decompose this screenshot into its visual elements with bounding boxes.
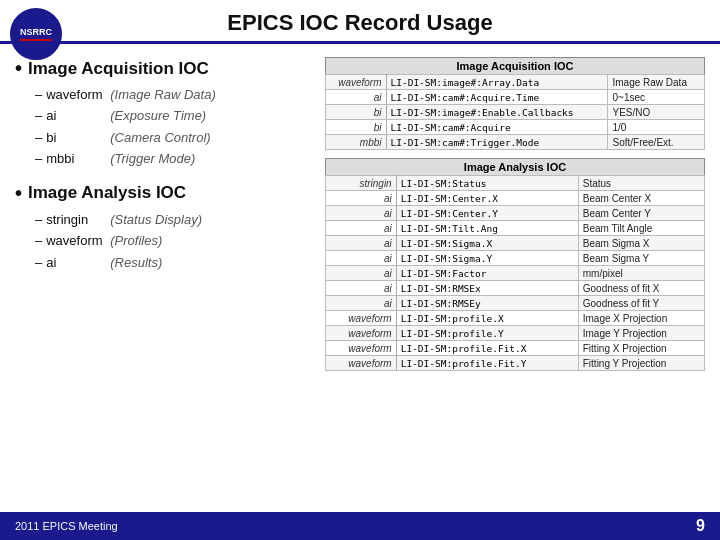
record-type: ai xyxy=(326,251,397,266)
pv-name: LI-DI-SM:profile.Fit.Y xyxy=(396,356,578,371)
record-type: ai xyxy=(326,266,397,281)
pv-desc: mm/pixel xyxy=(578,266,704,281)
pv-desc: Image X Projection xyxy=(578,311,704,326)
acquisition-table: Image Acquisition IOC waveform LI-DI-SM:… xyxy=(325,57,705,150)
acquisition-table-caption: Image Acquisition IOC xyxy=(325,57,705,74)
list-item: – waveform (Image Raw Data) xyxy=(35,84,310,105)
bullet-dot-2: • xyxy=(15,182,22,205)
table-row: ai LI-DI-SM:Tilt.Ang Beam Tilt Angle xyxy=(326,221,705,236)
table-row: ai LI-DI-SM:Center.X Beam Center X xyxy=(326,191,705,206)
record-type: stringin xyxy=(326,176,397,191)
record-type: ai xyxy=(326,281,397,296)
record-type: ai xyxy=(326,191,397,206)
pv-name: LI-DI-SM:Center.Y xyxy=(396,206,578,221)
pv-desc: Status xyxy=(578,176,704,191)
pv-name: LI-DI-SM:profile.Fit.X xyxy=(396,341,578,356)
table-row: ai LI-DI-SM:Factor mm/pixel xyxy=(326,266,705,281)
record-type: waveform xyxy=(326,356,397,371)
table-row: waveform LI-DI-SM:profile.Fit.Y Fitting … xyxy=(326,356,705,371)
right-column: Image Acquisition IOC waveform LI-DI-SM:… xyxy=(325,57,705,379)
pv-desc: Beam Sigma X xyxy=(578,236,704,251)
pv-name: LI-DI-SM:Sigma.X xyxy=(396,236,578,251)
pv-desc: 1/0 xyxy=(608,120,705,135)
pv-desc: Fitting X Projection xyxy=(578,341,704,356)
pv-desc: Image Y Projection xyxy=(578,326,704,341)
section-acquisition-title: • Image Acquisition IOC xyxy=(15,57,310,80)
table-row: stringin LI-DI-SM:Status Status xyxy=(326,176,705,191)
pv-name: LI-DI-SM:Factor xyxy=(396,266,578,281)
list-item: – waveform (Profiles) xyxy=(35,230,310,251)
pv-name: LI-DI-SM:Center.X xyxy=(396,191,578,206)
logo-text: NSRRC xyxy=(20,27,52,38)
pv-name: LI-DI-SM:Status xyxy=(396,176,578,191)
list-item: – stringin (Status Display) xyxy=(35,209,310,230)
pv-name: LI-DI-SM:RMSEy xyxy=(396,296,578,311)
table-row: waveform LI-DI-SM:profile.Y Image Y Proj… xyxy=(326,326,705,341)
record-type: ai xyxy=(326,236,397,251)
table-row: waveform LI-DI-SM:image#:Array.Data Imag… xyxy=(326,75,705,90)
pv-desc: Image Raw Data xyxy=(608,75,705,90)
table-row: ai LI-DI-SM:cam#:Acquire.Time 0~1sec xyxy=(326,90,705,105)
record-type: ai xyxy=(326,221,397,236)
pv-name: LI-DI-SM:Tilt.Ang xyxy=(396,221,578,236)
table-row: ai LI-DI-SM:Sigma.Y Beam Sigma Y xyxy=(326,251,705,266)
pv-desc: YES/NO xyxy=(608,105,705,120)
section-analysis: • Image Analysis IOC – stringin (Status … xyxy=(15,182,310,273)
list-item: – mbbi (Trigger Mode) xyxy=(35,148,310,169)
pv-desc: Beam Tilt Angle xyxy=(578,221,704,236)
record-type: waveform xyxy=(326,311,397,326)
table-row: ai LI-DI-SM:RMSEx Goodness of fit X xyxy=(326,281,705,296)
analysis-table: Image Analysis IOC stringin LI-DI-SM:Sta… xyxy=(325,158,705,371)
pv-desc: Goodness of fit X xyxy=(578,281,704,296)
list-item: – ai (Results) xyxy=(35,252,310,273)
main-content: • Image Acquisition IOC – waveform (Imag… xyxy=(0,49,720,387)
footer-meeting: 2011 EPICS Meeting xyxy=(15,520,118,532)
pv-name: LI-DI-SM:RMSEx xyxy=(396,281,578,296)
record-type: bi xyxy=(326,105,387,120)
record-type: ai xyxy=(326,296,397,311)
record-type: waveform xyxy=(326,341,397,356)
pv-desc: Fitting Y Projection xyxy=(578,356,704,371)
pv-name: LI-DI-SM:image#:Array.Data xyxy=(386,75,608,90)
pv-name: LI-DI-SM:image#:Enable.Callbacks xyxy=(386,105,608,120)
pv-desc: Beam Center Y xyxy=(578,206,704,221)
logo-bar xyxy=(20,39,52,41)
pv-desc: Beam Center X xyxy=(578,191,704,206)
pv-name: LI-DI-SM:profile.X xyxy=(396,311,578,326)
analysis-table-caption: Image Analysis IOC xyxy=(325,158,705,175)
record-type: mbbi xyxy=(326,135,387,150)
section-analysis-label: Image Analysis IOC xyxy=(28,183,186,203)
logo: NSRRC xyxy=(10,8,62,60)
pv-name: LI-DI-SM:profile.Y xyxy=(396,326,578,341)
table-row: mbbi LI-DI-SM:cam#:Trigger.Mode Soft/Fre… xyxy=(326,135,705,150)
record-type: bi xyxy=(326,120,387,135)
record-type: ai xyxy=(326,90,387,105)
pv-name: LI-DI-SM:cam#:Acquire xyxy=(386,120,608,135)
record-type: waveform xyxy=(326,326,397,341)
pv-desc: 0~1sec xyxy=(608,90,705,105)
footer: 2011 EPICS Meeting 9 xyxy=(0,512,720,540)
pv-name: LI-DI-SM:cam#:Trigger.Mode xyxy=(386,135,608,150)
page-header: EPICS IOC Record Usage xyxy=(0,0,720,44)
pv-desc: Goodness of fit Y xyxy=(578,296,704,311)
pv-desc: Soft/Free/Ext. xyxy=(608,135,705,150)
table-row: ai LI-DI-SM:Sigma.X Beam Sigma X xyxy=(326,236,705,251)
record-type: waveform xyxy=(326,75,387,90)
bullet-dot-1: • xyxy=(15,57,22,80)
pv-desc: Beam Sigma Y xyxy=(578,251,704,266)
table-row: waveform LI-DI-SM:profile.Fit.X Fitting … xyxy=(326,341,705,356)
section-acquisition-label: Image Acquisition IOC xyxy=(28,59,209,79)
table-row: bi LI-DI-SM:cam#:Acquire 1/0 xyxy=(326,120,705,135)
analysis-list: – stringin (Status Display) – waveform (… xyxy=(35,209,310,273)
page-number: 9 xyxy=(696,517,705,535)
acquisition-list: – waveform (Image Raw Data) – ai (Exposu… xyxy=(35,84,310,170)
pv-name: LI-DI-SM:cam#:Acquire.Time xyxy=(386,90,608,105)
section-acquisition: • Image Acquisition IOC – waveform (Imag… xyxy=(15,57,310,170)
record-type: ai xyxy=(326,206,397,221)
section-analysis-title: • Image Analysis IOC xyxy=(15,182,310,205)
left-column: • Image Acquisition IOC – waveform (Imag… xyxy=(15,57,310,379)
page-title: EPICS IOC Record Usage xyxy=(0,10,720,36)
table-row: ai LI-DI-SM:Center.Y Beam Center Y xyxy=(326,206,705,221)
pv-name: LI-DI-SM:Sigma.Y xyxy=(396,251,578,266)
list-item: – bi (Camera Control) xyxy=(35,127,310,148)
